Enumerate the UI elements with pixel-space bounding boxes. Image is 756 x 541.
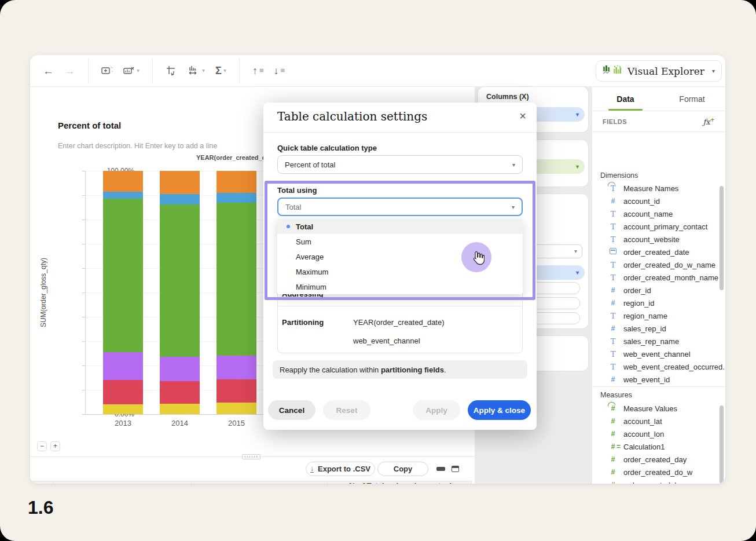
field-item-label: region_id (623, 299, 655, 308)
field-item-account-lon[interactable]: #account_lon (592, 427, 725, 440)
bar-segment-yellow-segment[interactable] (103, 404, 143, 414)
bar-segment-yellow-segment[interactable] (160, 404, 200, 414)
bar-segment-purple-segment[interactable] (103, 352, 143, 380)
field-item-account-name[interactable]: Taccount_name (592, 207, 725, 220)
zoom-in-button[interactable]: + (50, 441, 60, 451)
bar-segment-yellow-segment[interactable] (216, 403, 256, 414)
collapse-panel-icon[interactable] (436, 467, 445, 471)
app-switcher-button[interactable]: Visual Explorer ▾ (596, 60, 722, 82)
panel-resize-handle[interactable] (242, 454, 260, 459)
zoom-out-button[interactable]: − (37, 441, 47, 451)
sort-descending-icon[interactable]: ↓≡ (274, 65, 285, 76)
stacked-bar-2015[interactable] (216, 171, 256, 414)
menu-option-total[interactable]: Total (277, 219, 523, 234)
field-item-account-lat[interactable]: #account_lat (592, 415, 725, 427)
tab-data[interactable]: Data (592, 87, 659, 111)
copy-button[interactable]: Copy (377, 462, 428, 476)
bar-segment-blue-segment[interactable] (216, 193, 256, 203)
table-column-header[interactable]: YEAR(order_created_date) (54, 481, 192, 484)
field-item-account-website[interactable]: Taccount_website (592, 233, 725, 246)
number-field-icon: # (608, 481, 618, 484)
field-item-label: order_created_day (623, 455, 687, 464)
dimensions-scrollbar[interactable] (720, 186, 724, 290)
bar-segment-green-segment[interactable] (216, 203, 256, 356)
bar-width-icon[interactable]: ▾ (188, 65, 205, 76)
x-tick-label: 2014 (160, 419, 200, 427)
cancel-button[interactable]: Cancel (268, 400, 315, 420)
app-switcher-label: Visual Explorer (627, 65, 704, 77)
number-field-icon: # (608, 455, 618, 463)
field-item-region-id[interactable]: #region_id (592, 297, 725, 309)
quick-calc-dropdown[interactable]: Percent of total ▾ (277, 155, 523, 174)
field-item-order-created-month-name[interactable]: Torder_created_month_name (592, 271, 725, 284)
table-calculation-settings-modal: Table calculation settings × Quick table… (263, 103, 537, 430)
swap-axes-icon[interactable] (166, 65, 177, 76)
field-item-order-created-do-w[interactable]: #order_created_do_w (592, 466, 725, 478)
field-item-web-event-channel[interactable]: Tweb_event_channel (592, 348, 725, 360)
close-icon[interactable]: × (519, 109, 526, 123)
y-axis-title: SUM(order_gloss_qty) (39, 232, 47, 353)
field-item-measure-names[interactable]: TMeasure Names (592, 182, 725, 195)
field-item-web-event-created-occurred-[interactable]: Tweb_event_created_occurred... (592, 360, 725, 373)
download-icon: ↓ (310, 466, 314, 473)
table-column-header[interactable]: % of Total order_gloss_qty down table (328, 481, 472, 484)
remove-chart-icon[interactable]: ▾ (123, 65, 140, 76)
text-field-icon: T (608, 337, 618, 346)
text-field-icon: T (608, 312, 618, 320)
bar-segment-red-segment[interactable] (216, 379, 256, 403)
undo-back-icon[interactable]: ← (43, 65, 54, 76)
text-field-icon: T (608, 235, 618, 244)
bar-segment-orange-segment[interactable] (216, 171, 256, 193)
bar-segment-orange-segment[interactable] (160, 171, 200, 194)
chart-title[interactable]: Percent of total (58, 120, 121, 130)
reset-button[interactable]: Reset (323, 400, 370, 420)
bar-segment-red-segment[interactable] (160, 381, 200, 404)
field-item-order-created-day[interactable]: #order_created_day (592, 453, 725, 466)
field-item-web-event-id[interactable]: #web_event_id (592, 373, 725, 386)
duplicate-chart-icon[interactable] (101, 65, 113, 76)
bar-segment-blue-segment[interactable] (103, 192, 143, 199)
field-item-sales-rep-name[interactable]: Tsales_rep_name (592, 335, 725, 348)
expand-panel-icon[interactable] (452, 466, 459, 472)
field-item-measure-values[interactable]: #Measure Values (592, 402, 725, 415)
partition-divider (277, 306, 523, 306)
field-item-region-name[interactable]: Tregion_name (592, 309, 725, 322)
bar-segment-blue-segment[interactable] (160, 194, 200, 204)
apply-and-close-button[interactable]: Apply & close (468, 400, 531, 420)
bar-segment-green-segment[interactable] (103, 199, 143, 352)
export-csv-button[interactable]: ↓ Export to .CSV (306, 462, 375, 476)
table-column-header[interactable]: web_event_channel (192, 481, 328, 484)
field-item-account-id[interactable]: #account_id (592, 195, 725, 207)
field-item-order-id[interactable]: #order_id (592, 284, 725, 297)
calculated-field-icon: #= (608, 443, 618, 451)
stacked-bar-2013[interactable] (103, 171, 143, 414)
bar-segment-purple-segment[interactable] (216, 356, 256, 379)
tab-format[interactable]: Format (659, 87, 725, 111)
field-item-order-created-hour[interactable]: #order_created_hour (592, 478, 725, 484)
field-item-order-created-date[interactable]: order_created_date (592, 246, 725, 258)
bar-segment-orange-segment[interactable] (103, 171, 143, 192)
field-item-sales-rep-id[interactable]: #sales_rep_id (592, 322, 725, 335)
redo-forward-icon[interactable]: → (64, 65, 75, 76)
field-item-account-primary-contact[interactable]: Taccount_primary_contact (592, 220, 725, 233)
total-using-dropdown[interactable]: Total ▾ (277, 198, 523, 216)
bar-segment-green-segment[interactable] (160, 204, 200, 357)
field-item-label: order_id (623, 286, 651, 295)
apply-button[interactable]: Apply (413, 400, 460, 420)
field-item-order-created-do-w-name[interactable]: Torder_created_do_w_name (592, 258, 725, 271)
stacked-bar-2014[interactable] (160, 171, 200, 414)
chart-description-placeholder[interactable]: Enter chart description. Hit Enter key t… (58, 142, 217, 150)
fields-label: FIELDS (603, 118, 627, 125)
text-field-icon: T (608, 210, 618, 218)
sort-ascending-icon[interactable]: ↑≡ (252, 65, 263, 76)
bar-segment-purple-segment[interactable] (160, 357, 200, 381)
screen-background: ← → ▾ ▾ (0, 0, 756, 541)
field-item-label: Measure Values (623, 404, 677, 413)
menu-option-minimum[interactable]: Minimum (277, 279, 523, 294)
field-item-label: account_website (623, 235, 680, 244)
bar-segment-red-segment[interactable] (103, 380, 143, 404)
add-calculation-icon[interactable]: ƒx+ (703, 116, 715, 126)
field-item-calculation1[interactable]: #=Calculation1 (592, 440, 725, 453)
aggregate-sigma-icon[interactable]: Σ ▾ (215, 65, 226, 76)
measures-scrollbar[interactable] (720, 405, 724, 484)
